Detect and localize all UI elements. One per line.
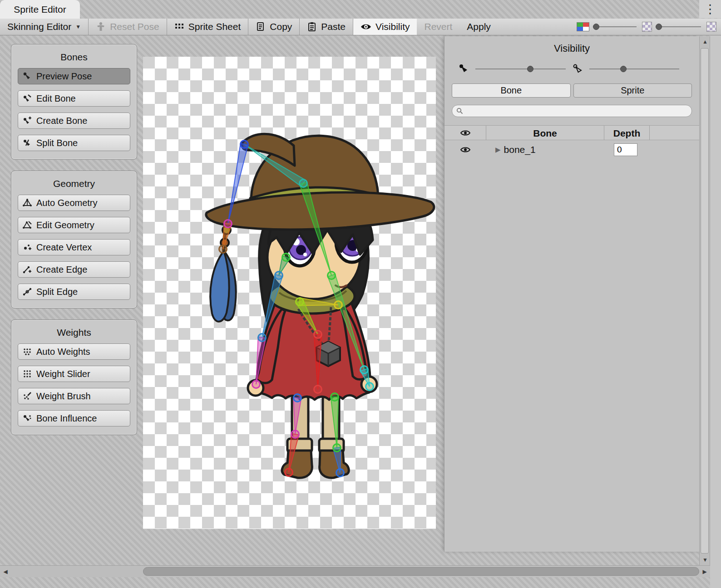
paste-button[interactable]: Paste	[300, 19, 353, 35]
toolbar: Skinning Editor ▼ Reset Pose Sprite Shee…	[0, 19, 721, 35]
weight-brush-icon	[23, 392, 32, 401]
vertical-scrollbar[interactable]: ▲ ▼	[699, 36, 710, 565]
column-header-bone: Bone	[486, 126, 604, 140]
create-bone-button[interactable]: Create Bone	[18, 113, 130, 129]
sprite-canvas[interactable]	[143, 57, 436, 529]
bone-table-row[interactable]: ▶ bone_1	[444, 140, 699, 159]
right-gutter	[710, 19, 721, 588]
weight-slider-icon	[23, 369, 32, 378]
clipboard-icon	[307, 22, 317, 32]
scrollbar-corner	[710, 565, 721, 588]
depth-input[interactable]	[614, 143, 637, 156]
vertical-scroll-thumb[interactable]	[701, 48, 709, 554]
preview-pose-button[interactable]: Preview Pose	[18, 68, 130, 84]
eye-icon	[360, 23, 371, 31]
sprite-opacity-slider[interactable]	[589, 69, 680, 69]
weight-brush-button[interactable]: Weight Brush	[18, 388, 130, 404]
horizontal-scroll-track[interactable]	[11, 566, 699, 577]
apply-button[interactable]: Apply	[459, 19, 498, 35]
weights-group-title: Weights	[18, 323, 130, 343]
scroll-up-arrow[interactable]: ▲	[700, 36, 711, 47]
visibility-panel-title: Visibility	[444, 36, 699, 64]
disclosure-triangle[interactable]: ▶	[495, 146, 501, 154]
edit-geometry-icon	[23, 220, 32, 230]
horizontal-scrollbar[interactable]: ◀ ▶	[0, 565, 710, 577]
create-edge-icon	[23, 265, 32, 274]
vertical-scroll-track[interactable]	[700, 47, 710, 554]
weight-slider-button[interactable]: Weight Slider	[18, 366, 130, 382]
auto-weights-icon	[23, 347, 32, 356]
bone-influence-icon	[23, 414, 32, 423]
weights-group: Weights Auto Weights Weight Slider Weigh…	[11, 319, 137, 435]
skinning-editor-dropdown[interactable]: Skinning Editor ▼	[0, 19, 88, 35]
bones-group: Bones Preview Pose Edit Bone Create Bone	[11, 44, 137, 160]
grid-icon	[174, 22, 184, 32]
checker-large-icon	[706, 22, 716, 32]
geometry-group: Geometry Auto Geometry Edit Geometry Cre…	[11, 171, 137, 309]
scroll-left-arrow[interactable]: ◀	[0, 566, 11, 577]
search-input[interactable]	[466, 107, 687, 116]
split-bone-button[interactable]: Split Bone	[18, 135, 130, 151]
create-vertex-button[interactable]: Create Vertex	[18, 239, 130, 255]
edit-bone-button[interactable]: Edit Bone	[18, 90, 130, 107]
alpha-slider-knob[interactable]	[656, 24, 662, 30]
chevron-down-icon: ▼	[75, 24, 81, 30]
tab-title: Sprite Editor	[14, 4, 66, 15]
kebab-menu-icon[interactable]: ⋮	[699, 0, 721, 18]
create-vertex-icon	[23, 243, 32, 252]
split-edge-icon	[23, 287, 32, 296]
bones-group-title: Bones	[18, 48, 130, 68]
bone-table-header: Bone Depth	[444, 125, 699, 140]
eye-icon	[460, 129, 470, 137]
tab-sprite[interactable]: Sprite	[573, 83, 692, 98]
visibility-all-toggle[interactable]	[444, 126, 486, 140]
character-sprite	[143, 57, 436, 529]
bone-filled-icon	[458, 64, 469, 74]
search-box[interactable]	[452, 105, 692, 117]
geometry-group-title: Geometry	[18, 175, 130, 195]
visibility-toggle-button[interactable]: Visibility	[353, 19, 417, 35]
tool-panels: Bones Preview Pose Edit Bone Create Bone	[11, 44, 137, 435]
zoom-slider[interactable]	[595, 26, 637, 27]
copy-button[interactable]: Copy	[248, 19, 299, 35]
auto-geometry-button[interactable]: Auto Geometry	[18, 195, 130, 211]
column-header-depth: Depth	[604, 126, 650, 140]
revert-button[interactable]: Revert	[417, 19, 459, 35]
reset-pose-button[interactable]: Reset Pose	[89, 19, 167, 35]
create-edge-button[interactable]: Create Edge	[18, 261, 130, 278]
bone-outline-icon	[572, 64, 583, 74]
tab-bone[interactable]: Bone	[452, 83, 571, 98]
skinning-editor-label: Skinning Editor	[7, 21, 71, 32]
auto-geometry-icon	[23, 198, 32, 207]
bone-influence-button[interactable]: Bone Influence	[18, 410, 130, 426]
color-swatch-icon[interactable]	[577, 22, 589, 31]
edit-geometry-button[interactable]: Edit Geometry	[18, 217, 130, 233]
tab-sprite-editor[interactable]: Sprite Editor	[0, 0, 80, 19]
checker-small-icon	[642, 22, 652, 32]
visibility-panel: Visibility Bone Sprite	[444, 36, 699, 552]
copy-icon	[256, 22, 266, 32]
scroll-right-arrow[interactable]: ▶	[699, 566, 710, 577]
visibility-tabs: Bone Sprite	[444, 83, 699, 105]
person-icon	[96, 22, 106, 32]
toolbar-right-controls	[577, 19, 721, 35]
search-icon	[456, 108, 463, 114]
create-bone-icon	[23, 116, 32, 125]
split-bone-icon	[23, 138, 32, 147]
auto-weights-button[interactable]: Auto Weights	[18, 343, 130, 360]
sprite-opacity-knob[interactable]	[620, 66, 627, 72]
bone-opacity-knob[interactable]	[527, 66, 533, 72]
zoom-slider-knob[interactable]	[593, 24, 599, 30]
visibility-sliders	[444, 64, 699, 83]
row-visibility-toggle[interactable]	[444, 140, 486, 159]
split-edge-button[interactable]: Split Edge	[18, 284, 130, 300]
scroll-down-arrow[interactable]: ▼	[700, 554, 711, 565]
preview-pose-icon	[23, 72, 32, 81]
bone-name: bone_1	[504, 144, 536, 155]
edit-bone-icon	[23, 94, 32, 103]
horizontal-scroll-thumb[interactable]	[143, 567, 699, 576]
alpha-slider[interactable]	[657, 26, 701, 27]
sprite-sheet-button[interactable]: Sprite Sheet	[167, 19, 248, 35]
eye-icon	[460, 146, 470, 153]
bone-opacity-slider[interactable]	[475, 69, 566, 69]
